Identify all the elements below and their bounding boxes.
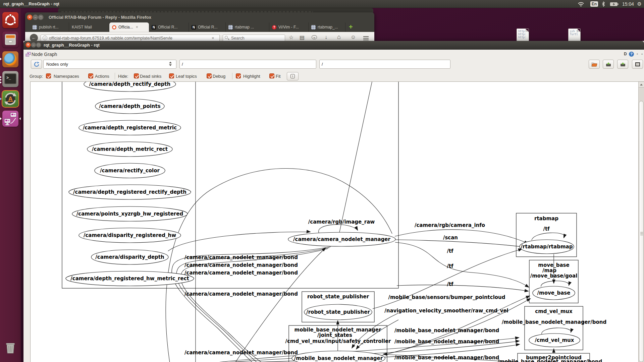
namespaces-checkbox[interactable] [46, 73, 51, 78]
bluetooth-icon[interactable] [602, 0, 605, 8]
new-tab-button[interactable]: + [345, 22, 356, 32]
grid-favicon-icon [33, 25, 37, 29]
browser-tab[interactable]: Officia...× [109, 22, 149, 32]
maximize-icon[interactable]: □ [36, 42, 41, 48]
dock-minimize-icon[interactable]: - [637, 52, 638, 56]
help-icon[interactable]: ? [629, 52, 634, 57]
panel-active-app-title: rqt_graph__RosGraph - rqt [3, 1, 59, 6]
browser-tab[interactable]: NOfficial R... [189, 22, 226, 32]
running-indicator [0, 58, 2, 60]
refresh-button[interactable] [31, 60, 42, 69]
launcher-item-firefox[interactable] [2, 51, 18, 67]
graph-edge-label: /cmd_vel_mux/input/safety_controller [285, 338, 391, 344]
graph-edge-label: /camera/camera_nodelet_manager/bond [184, 254, 298, 260]
star-icon[interactable]: ☆ [289, 34, 293, 41]
namespaces-label: Namespaces [54, 74, 79, 79]
topic-filter-input[interactable] [319, 60, 450, 69]
graph-arrowhead [552, 348, 555, 353]
minimize-icon[interactable]: – [33, 14, 38, 20]
browser-tab[interactable]: rtabmap ... [226, 22, 269, 32]
wifi-icon[interactable] [578, 0, 584, 8]
grid-favicon-icon [228, 25, 233, 29]
launcher-item-files[interactable] [2, 32, 18, 48]
launcher-item-software-updater[interactable]: A [2, 91, 18, 107]
node-filter-input[interactable] [179, 60, 316, 69]
ros-node-graph-canvas[interactable]: /camera/depth_rectify_depth/camera/depth… [30, 81, 644, 362]
nabble-favicon-icon [112, 25, 116, 29]
trash-icon [2, 340, 18, 356]
debug-checkbox[interactable] [207, 73, 212, 78]
home-icon[interactable]: ⌂ [337, 34, 341, 41]
debug-label: Debug [213, 74, 225, 79]
menu-icon[interactable] [363, 36, 369, 37]
rqt-titlebar[interactable]: ✕ – □ rqt_graph__RosGraph - rqt [23, 41, 644, 50]
graph-edge-label: rtabmap [534, 216, 558, 222]
graph-edge [541, 281, 569, 287]
minimize-icon[interactable]: – [31, 42, 36, 48]
tab-close-icon[interactable]: × [136, 25, 138, 29]
close-icon[interactable]: ✕ [25, 42, 31, 48]
clock[interactable]: 15:04 [622, 0, 634, 8]
browser-tab[interactable]: ?Vi/Vim - F... [269, 22, 309, 32]
site-info-icon[interactable]: i [43, 36, 47, 40]
browser-tab[interactable]: NOfficial R... [149, 22, 189, 32]
running-indicator [0, 79, 2, 81]
graph-edge [168, 232, 309, 251]
graph-edge-label: cmd_vel_mux [535, 308, 573, 314]
dock-float-icon[interactable]: ▫ [641, 52, 643, 56]
save-as-icon [620, 62, 626, 67]
running-indicator [0, 117, 2, 120]
screenshot-button[interactable] [632, 60, 643, 69]
battery-icon[interactable] [610, 0, 619, 8]
graph-node-label: /mobile_base_nodelet_manager [294, 355, 383, 361]
keyboard-indicator[interactable]: En [590, 0, 598, 8]
unity-launcher: >_ A [0, 8, 21, 362]
clear-url-icon[interactable]: × [212, 36, 214, 41]
fit-in-view-button[interactable]: 1 [287, 72, 299, 80]
launcher-item-rqt[interactable] [2, 111, 18, 127]
download-icon[interactable]: ↓ [325, 34, 327, 40]
browser-tab[interactable]: rtabmap_... [309, 22, 345, 32]
highlight-checkbox[interactable] [236, 73, 241, 78]
tab-label: Official R... [198, 25, 217, 29]
launcher-item-terminal[interactable]: >_ [2, 71, 18, 87]
url-bar[interactable] [41, 35, 220, 42]
combo-spinner-icon[interactable] [168, 62, 172, 66]
bookmarks-icon[interactable]: ▤ [300, 34, 305, 41]
smiley-icon[interactable]: ☺ [351, 34, 356, 40]
save-dot-button[interactable] [603, 60, 614, 69]
graph-arrowhead [569, 328, 573, 333]
launcher-item-trash[interactable] [2, 340, 18, 356]
pocket-icon[interactable]: ⌄ [312, 35, 317, 39]
dock-d-icon[interactable]: D [624, 52, 627, 56]
browser-tab[interactable]: publish rt... [30, 22, 69, 32]
save-image-button[interactable] [617, 60, 628, 69]
maximize-icon[interactable]: □ [38, 14, 44, 20]
launcher-item-dash[interactable] [2, 12, 18, 28]
graph-edge [397, 285, 528, 291]
close-icon[interactable]: ✕ [27, 14, 33, 20]
graph-edge [319, 225, 358, 233]
vertical-scrollbar[interactable] [638, 82, 644, 362]
highlight-label: Highlight [243, 74, 260, 79]
scrollbar-grip [640, 232, 643, 233]
leaf-topics-checkbox[interactable] [169, 73, 174, 78]
dock-title: Node Graph [32, 52, 57, 57]
firefox-titlebar[interactable]: ✕ – □ Official RTAB-Map Forum - Reply - … [25, 12, 374, 22]
scrollbar-thumb[interactable] [639, 101, 644, 362]
node-graph-icon [25, 52, 31, 57]
dead-sinks-checkbox[interactable] [134, 73, 139, 78]
open-file-button[interactable] [589, 60, 600, 69]
actions-label: Actions [95, 74, 109, 79]
search-input[interactable] [223, 35, 285, 42]
software-updater-icon: A [2, 91, 18, 107]
graph-type-select[interactable]: Nodes only [43, 60, 176, 69]
scroll-up-icon[interactable] [639, 82, 644, 87]
session-gear-icon[interactable]: ⚙ [637, 0, 642, 8]
graph-edge-label: /tf [543, 226, 550, 232]
browser-tab[interactable]: KAIST Mail [69, 22, 109, 32]
actions-checkbox[interactable] [88, 73, 93, 78]
graph-edge [395, 230, 527, 243]
graph-arrowhead [552, 280, 555, 284]
fit-checkbox[interactable] [269, 73, 274, 78]
